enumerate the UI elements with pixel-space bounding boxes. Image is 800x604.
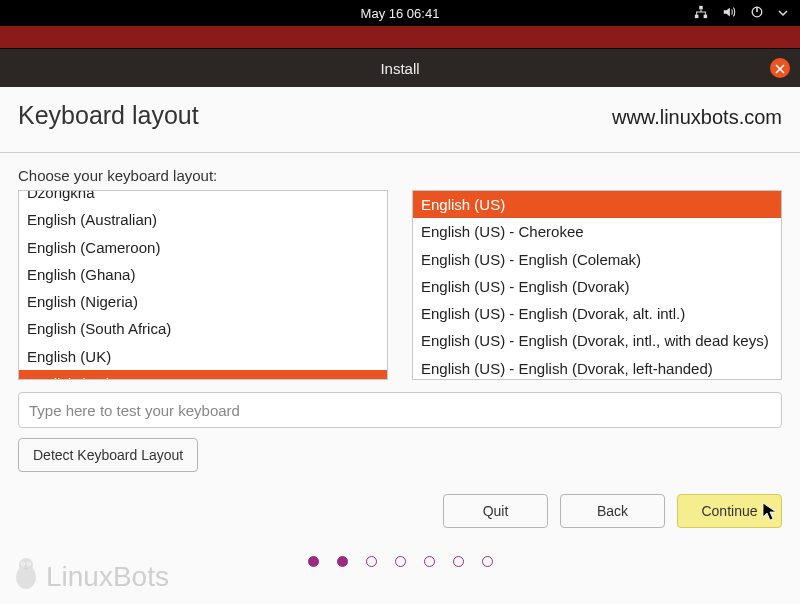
svg-rect-2 (704, 14, 708, 18)
list-item[interactable]: English (Cameroon) (19, 234, 387, 261)
volume-icon[interactable] (722, 5, 736, 22)
back-button[interactable]: Back (560, 494, 665, 528)
list-item[interactable]: English (US) - English (Dvorak, intl., w… (413, 327, 781, 354)
footer-buttons: Quit Back Continue (18, 494, 782, 528)
topbar-datetime: May 16 06:41 (361, 6, 440, 21)
list-item[interactable]: English (Nigeria) (19, 288, 387, 315)
quit-button[interactable]: Quit (443, 494, 548, 528)
svg-point-10 (28, 563, 30, 565)
list-item[interactable]: English (Australian) (19, 206, 387, 233)
list-item[interactable]: English (South Africa) (19, 315, 387, 342)
logo-watermark-text: LinuxBots (46, 561, 169, 593)
close-button[interactable] (770, 58, 790, 78)
continue-button[interactable]: Continue (677, 494, 782, 528)
detect-layout-button[interactable]: Detect Keyboard Layout (18, 438, 198, 472)
list-item[interactable]: English (US) (413, 191, 781, 218)
list-item[interactable]: English (Ghana) (19, 261, 387, 288)
choose-layout-label: Choose your keyboard layout: (18, 167, 782, 184)
variant-list[interactable]: English (US)English (US) - CherokeeEngli… (412, 190, 782, 380)
page-title: Keyboard layout (18, 101, 199, 130)
progress-dot (424, 556, 435, 567)
close-icon (775, 60, 785, 77)
language-list[interactable]: DzongkhaEnglish (Australian)English (Cam… (18, 190, 388, 380)
svg-rect-1 (695, 14, 699, 18)
progress-dot (395, 556, 406, 567)
list-item[interactable]: English (US) - English (Dvorak, alt. int… (413, 300, 781, 327)
window-title-text: Install (380, 60, 419, 77)
list-item[interactable]: English (US) - English (Dvorak) (413, 273, 781, 300)
list-item[interactable]: English (US) - English (Colemak) (413, 246, 781, 273)
svg-point-9 (22, 563, 24, 565)
list-item[interactable]: English (US) - Cherokee (413, 218, 781, 245)
progress-dot (308, 556, 319, 567)
divider (0, 152, 800, 153)
keyboard-test-input[interactable] (18, 392, 782, 428)
progress-dot (482, 556, 493, 567)
list-item[interactable]: English (US) - English (Dvorak, left-han… (413, 355, 781, 381)
progress-dot (366, 556, 377, 567)
progress-dot (337, 556, 348, 567)
progress-dot (453, 556, 464, 567)
chevron-down-icon[interactable] (778, 6, 788, 21)
window-accent-bar (0, 26, 800, 49)
installer-content: Keyboard layout www.linuxbots.com Choose… (0, 87, 800, 567)
penguin-icon (10, 555, 42, 598)
list-item[interactable]: English (US) (19, 370, 387, 380)
window-titlebar: Install (0, 49, 800, 87)
list-item[interactable]: English (UK) (19, 343, 387, 370)
system-topbar: May 16 06:41 (0, 0, 800, 26)
logo-watermark: LinuxBots (10, 555, 169, 598)
svg-rect-0 (699, 5, 703, 9)
power-icon[interactable] (750, 5, 764, 22)
topbar-status-icons[interactable] (694, 5, 788, 22)
watermark-url: www.linuxbots.com (612, 106, 782, 129)
network-icon[interactable] (694, 5, 708, 22)
list-item[interactable]: Dzongkha (19, 190, 387, 206)
